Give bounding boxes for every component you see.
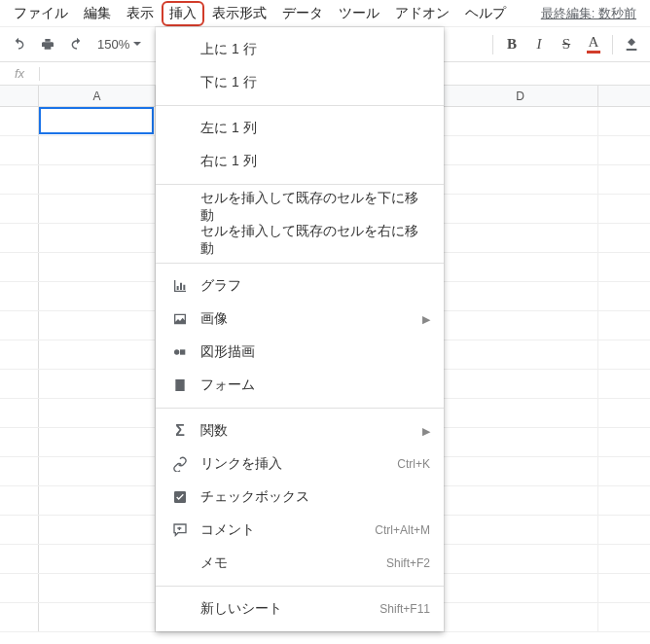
insert-row-below[interactable]: 下に 1 行 <box>156 66 444 99</box>
checkbox-icon <box>169 489 191 505</box>
insert-cells-shift-right[interactable]: セルを挿入して既存のセルを右に移動 <box>156 224 444 257</box>
text-color-label: A <box>589 35 599 50</box>
chart-icon <box>169 278 191 294</box>
strike-button[interactable]: S <box>554 32 579 57</box>
menu-file[interactable]: ファイル <box>6 1 76 26</box>
svg-rect-0 <box>627 49 637 51</box>
col-header-d[interactable]: D <box>443 86 598 106</box>
insert-row-above[interactable]: 上に 1 行 <box>156 33 444 66</box>
menu-tools[interactable]: ツール <box>331 1 387 26</box>
insert-checkbox[interactable]: チェックボックス <box>156 481 444 514</box>
link-icon <box>169 456 191 472</box>
insert-link[interactable]: リンクを挿入 Ctrl+K <box>156 447 444 481</box>
insert-function[interactable]: Σ 関数 ▶ <box>156 414 444 447</box>
col-header-a[interactable]: A <box>39 86 156 106</box>
insert-col-left[interactable]: 左に 1 列 <box>156 112 444 145</box>
insert-col-right[interactable]: 右に 1 列 <box>156 145 444 178</box>
undo-button[interactable] <box>6 32 31 57</box>
insert-chart[interactable]: グラフ <box>156 269 444 303</box>
zoom-value: 150% <box>97 37 129 52</box>
bold-button[interactable]: B <box>499 32 524 57</box>
menubar: ファイル 編集 表示 挿入 表示形式 データ ツール アドオン ヘルプ 最終編集… <box>0 0 650 27</box>
form-icon <box>169 377 191 393</box>
insert-cells-shift-down[interactable]: セルを挿入して既存のセルを下に移動 <box>156 191 444 224</box>
insert-menu-dropdown: 上に 1 行 下に 1 行 左に 1 列 右に 1 列 セルを挿入して既存のセル… <box>156 27 444 631</box>
menu-view[interactable]: 表示 <box>119 1 162 26</box>
comment-icon <box>169 522 191 538</box>
svg-point-1 <box>174 349 179 354</box>
submenu-arrow-icon: ▶ <box>422 313 430 326</box>
menu-insert[interactable]: 挿入 <box>162 1 204 26</box>
svg-rect-2 <box>180 349 185 354</box>
menu-addons[interactable]: アドオン <box>387 1 457 26</box>
menu-help[interactable]: ヘルプ <box>457 1 514 26</box>
drawing-icon <box>169 344 191 360</box>
insert-comment[interactable]: コメント Ctrl+Alt+M <box>156 514 444 547</box>
submenu-arrow-icon: ▶ <box>422 425 430 438</box>
select-all-corner[interactable] <box>0 86 39 106</box>
insert-image[interactable]: 画像 ▶ <box>156 303 444 336</box>
menu-data[interactable]: データ <box>274 1 331 26</box>
insert-new-sheet[interactable]: 新しいシート Shift+F11 <box>156 592 444 626</box>
insert-drawing[interactable]: 図形描画 <box>156 336 444 369</box>
fx-label: fx <box>0 66 39 81</box>
image-icon <box>169 311 191 327</box>
insert-form[interactable]: フォーム <box>156 369 444 402</box>
sigma-icon: Σ <box>169 422 191 440</box>
fill-color-button[interactable] <box>619 32 644 57</box>
menu-edit[interactable]: 編集 <box>76 1 119 26</box>
print-button[interactable] <box>35 32 60 57</box>
text-color-button[interactable]: A <box>581 32 606 57</box>
italic-button[interactable]: I <box>526 32 552 57</box>
last-edit-link[interactable]: 最終編集: 数秒前 <box>541 5 644 22</box>
redo-button[interactable] <box>64 32 90 57</box>
zoom-select[interactable]: 150% <box>93 37 145 52</box>
menu-format[interactable]: 表示形式 <box>204 1 274 26</box>
insert-note[interactable]: メモ Shift+F2 <box>156 547 444 580</box>
